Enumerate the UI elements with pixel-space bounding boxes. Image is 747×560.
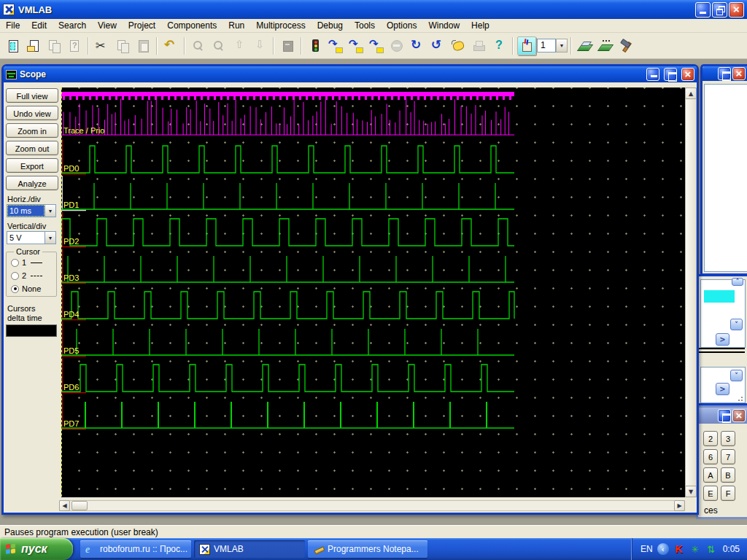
- analyze-button[interactable]: Analyze: [6, 176, 58, 190]
- open-add-file-button[interactable]: [24, 36, 43, 55]
- menu-help[interactable]: Help: [465, 19, 495, 33]
- scroll-right-arrow-icon[interactable]: ▶: [674, 500, 685, 511]
- taskbar-clock[interactable]: 0:05: [723, 544, 740, 554]
- scroll-down-button[interactable]: ˅: [730, 319, 743, 330]
- vertical-scrollbar[interactable]: ▲ ▼: [685, 88, 697, 497]
- keypad-key-E[interactable]: E: [703, 486, 718, 501]
- splitter[interactable]: [698, 348, 745, 353]
- menu-window[interactable]: Window: [422, 19, 465, 33]
- reset-button[interactable]: [408, 36, 427, 55]
- expand-button-2[interactable]: >: [716, 383, 729, 395]
- language-indicator[interactable]: EN: [640, 544, 653, 554]
- undo-view-button[interactable]: Undo view: [6, 106, 58, 120]
- menu-run[interactable]: Run: [222, 19, 250, 33]
- close-icon[interactable]: [732, 67, 746, 80]
- copy-page-button[interactable]: [44, 36, 63, 55]
- find-next-button[interactable]: [189, 36, 208, 55]
- menu-view[interactable]: View: [92, 19, 123, 33]
- bookmark-button[interactable]: [278, 36, 297, 55]
- scroll-up-button[interactable]: ˄: [732, 278, 743, 286]
- horiz-div-combo[interactable]: 10 ms ▼: [7, 204, 56, 217]
- menu-file[interactable]: File: [0, 19, 26, 33]
- keypad-key-7[interactable]: 7: [721, 449, 735, 464]
- scope-maximize-button[interactable]: [664, 68, 677, 81]
- close-button[interactable]: [729, 2, 744, 18]
- cursor-option-2[interactable]: 2: [11, 271, 56, 280]
- board-view-button[interactable]: [576, 36, 595, 55]
- editor-blank-area[interactable]: [704, 84, 747, 272]
- horizontal-scrollbar[interactable]: ◀ ▶: [59, 500, 685, 511]
- cursor-option-none[interactable]: None: [11, 284, 56, 293]
- keypad-key-B[interactable]: B: [721, 467, 735, 483]
- view-select-button[interactable]: [517, 36, 536, 55]
- undo-button[interactable]: [161, 36, 180, 55]
- menu-tools[interactable]: Tools: [349, 19, 381, 33]
- restart-button[interactable]: [428, 36, 447, 55]
- help-button[interactable]: [489, 36, 508, 55]
- copy-button[interactable]: [113, 36, 132, 55]
- go-continue-button[interactable]: [306, 36, 325, 55]
- menu-debug[interactable]: Debug: [311, 19, 349, 33]
- chevron-down-icon[interactable]: ▼: [44, 232, 55, 244]
- scroll-down-arrow-icon[interactable]: ▼: [685, 486, 697, 497]
- keypad-key-3[interactable]: 3: [721, 431, 735, 446]
- page-select-field[interactable]: 1: [537, 39, 556, 52]
- scope-minimize-button[interactable]: [646, 68, 659, 81]
- board-config-button[interactable]: [596, 36, 615, 55]
- chevron-down-icon[interactable]: ▼: [44, 205, 55, 217]
- minimize-button[interactable]: [695, 2, 711, 18]
- jump-down-button[interactable]: [250, 36, 269, 55]
- page-select-dropdown-button[interactable]: ▼: [556, 39, 568, 52]
- maximize-button[interactable]: [718, 409, 731, 422]
- jump-up-button[interactable]: [230, 36, 249, 55]
- radio-icon[interactable]: [11, 259, 19, 267]
- menu-options[interactable]: Options: [381, 19, 422, 33]
- find-in-files-button[interactable]: [209, 36, 228, 55]
- stop-button[interactable]: [387, 36, 406, 55]
- full-view-button[interactable]: Full view: [6, 88, 58, 103]
- scroll-up-arrow-icon[interactable]: ▲: [685, 88, 697, 99]
- keypad-key-A[interactable]: A: [703, 467, 718, 483]
- keypad-key-6[interactable]: 6: [703, 449, 718, 464]
- scroll-down-button-2[interactable]: ˅: [730, 370, 743, 381]
- project-tools-button[interactable]: [616, 36, 635, 55]
- new-module-button[interactable]: [4, 36, 23, 55]
- mouse-properties-button[interactable]: [449, 36, 468, 55]
- multi-step-button[interactable]: [367, 36, 386, 55]
- paste-button[interactable]: [133, 36, 152, 55]
- scroll-left-arrow-icon[interactable]: ◀: [59, 500, 70, 511]
- network-agent-icon[interactable]: ✳: [689, 543, 701, 555]
- menu-search[interactable]: Search: [53, 19, 92, 33]
- resize-grip[interactable]: [738, 394, 745, 402]
- close-icon[interactable]: [732, 409, 746, 422]
- keypad-key-2[interactable]: 2: [703, 431, 718, 446]
- zoom-out-button[interactable]: Zoom out: [6, 141, 58, 155]
- task-button-internet-explorer[interactable]: eroboforum.ru :: Прос...: [80, 540, 191, 558]
- scope-close-button[interactable]: [681, 68, 694, 81]
- scope-plot-area[interactable]: Trace / PrioPD0PD1PD2PD3PD4PD5PD6PD7: [61, 88, 685, 497]
- kaspersky-icon[interactable]: K: [673, 543, 685, 555]
- updown-arrows-icon[interactable]: ⇅: [705, 543, 717, 555]
- scrollbar-thumb[interactable]: [71, 501, 88, 510]
- radio-icon[interactable]: [11, 272, 19, 280]
- menu-components[interactable]: Components: [161, 19, 222, 33]
- task-button-vmlab[interactable]: VMLAB: [194, 540, 305, 558]
- menu-edit[interactable]: Edit: [26, 19, 53, 33]
- menu-project[interactable]: Project: [123, 19, 161, 33]
- step-over-button[interactable]: [347, 36, 365, 55]
- collapse-chevron-icon[interactable]: ‹: [657, 543, 669, 555]
- restore-button[interactable]: [712, 2, 727, 18]
- page-properties-button[interactable]: [65, 36, 84, 55]
- selected-row[interactable]: [704, 290, 735, 303]
- print-button[interactable]: [469, 36, 488, 55]
- task-button-programmers-notepad[interactable]: Programmers Notepa...: [308, 540, 427, 558]
- vert-div-combo[interactable]: 5 V ▼: [7, 231, 56, 244]
- zoom-in-button[interactable]: Zoom in: [6, 123, 58, 138]
- maximize-button[interactable]: [718, 67, 731, 80]
- cursor-option-1[interactable]: 1: [11, 258, 56, 267]
- cut-button[interactable]: [93, 36, 112, 55]
- start-button[interactable]: пуск: [0, 538, 73, 560]
- radio-icon[interactable]: [11, 285, 19, 293]
- step-into-button[interactable]: [326, 36, 345, 55]
- export-button[interactable]: Export: [6, 158, 58, 173]
